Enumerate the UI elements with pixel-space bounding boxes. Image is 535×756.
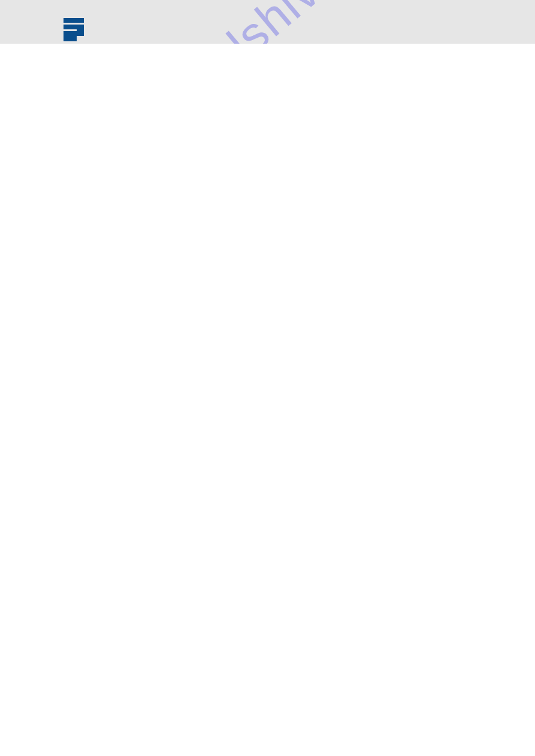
sm-logo [64, 18, 84, 40]
page-header [0, 0, 535, 44]
